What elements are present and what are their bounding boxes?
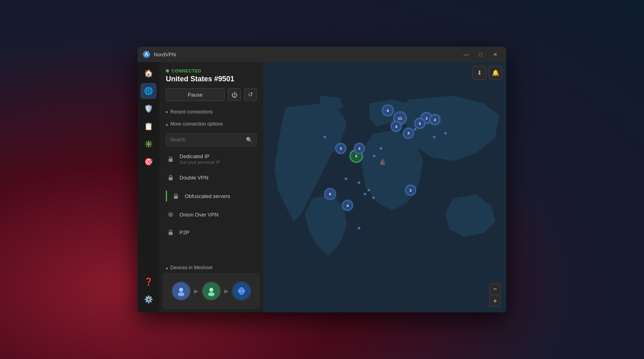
svg-point-10 <box>209 288 213 292</box>
svg-text:3: 3 <box>395 124 397 129</box>
p2p-icon <box>166 227 175 237</box>
obfuscated-text: Obfuscated servers <box>185 193 257 199</box>
svg-text:11: 11 <box>398 116 402 120</box>
svg-point-23 <box>372 196 375 199</box>
svg-text:3: 3 <box>407 131 409 135</box>
dedicated-ip-subtitle: Get your personal IP <box>180 160 257 165</box>
connection-list: Dedicated IP Get your personal IP Double… <box>159 149 263 260</box>
sidebar-item-servers[interactable]: 🌐 <box>140 83 157 99</box>
svg-point-26 <box>414 128 417 131</box>
download-icon: ⬇ <box>477 69 482 76</box>
notification-button[interactable]: 🔔 <box>489 66 502 80</box>
chevron-up-icon: ▴ <box>166 266 168 270</box>
dedicated-ip-title: Dedicated IP <box>180 153 257 159</box>
p2p-title: P2P <box>180 229 257 235</box>
svg-rect-7 <box>169 232 173 235</box>
more-options-label: More connection options <box>170 121 223 127</box>
svg-point-0 <box>143 51 150 58</box>
double-vpn-item[interactable]: Double VPN <box>163 169 260 186</box>
dedicated-ip-text: Dedicated IP Get your personal IP <box>180 153 257 165</box>
minimize-button[interactable]: — <box>460 50 473 59</box>
svg-text:2: 2 <box>410 188 412 192</box>
sidebar-item-protection[interactable]: 🛡️ <box>140 101 157 117</box>
zoom-out-button[interactable]: − <box>489 283 501 295</box>
panel-actions: Pause ⏻ ↺ <box>166 88 257 101</box>
zoom-in-button[interactable]: + <box>489 295 501 307</box>
onion-vpn-item[interactable]: Onion Over VPN <box>163 206 260 223</box>
chevron-up-icon: ▴ <box>166 122 168 126</box>
double-vpn-title: Double VPN <box>180 175 257 181</box>
double-vpn-text: Double VPN <box>180 175 257 181</box>
device-avatar-globe <box>232 281 251 301</box>
svg-rect-2 <box>169 177 173 180</box>
maximize-button[interactable]: □ <box>474 50 487 59</box>
sidebar-item-logs[interactable]: 📋 <box>140 118 157 134</box>
obfuscated-icon <box>171 191 181 201</box>
meshnet-card: ▶ ▶ <box>163 273 260 309</box>
onion-vpn-title: Onion Over VPN <box>180 212 257 218</box>
power-button[interactable]: ⏻ <box>228 88 241 101</box>
onion-icon <box>166 210 175 219</box>
svg-point-17 <box>373 155 376 157</box>
more-options-toggle[interactable]: ▴ More connection options <box>159 118 263 130</box>
recent-connections-label: Recent connections <box>170 109 213 115</box>
svg-rect-1 <box>169 159 173 162</box>
status-dot <box>166 69 169 72</box>
double-lock-icon <box>166 173 175 182</box>
p2p-item[interactable]: P2P <box>163 223 260 241</box>
svg-point-18 <box>345 177 347 180</box>
svg-point-11 <box>208 292 215 296</box>
svg-point-27 <box>433 136 436 138</box>
world-map: 2 6 11 3 3 5 3 <box>263 62 506 312</box>
meshnet-toggle[interactable]: ▴ Devices in Meshnet <box>163 262 260 273</box>
map-toolbar: ⬇ 🔔 <box>473 66 502 80</box>
svg-point-6 <box>170 214 171 215</box>
close-button[interactable]: ✕ <box>489 50 502 59</box>
titlebar: NordVPN — □ ✕ <box>138 47 506 62</box>
nordvpn-logo <box>142 50 151 58</box>
status-text: CONNECTED <box>171 68 201 73</box>
search-input[interactable] <box>170 137 246 142</box>
svg-point-22 <box>358 227 361 230</box>
meshnet-section: ▴ Devices in Meshnet ▶ <box>159 260 263 312</box>
recent-connections-toggle[interactable]: ▾ Recent connections <box>159 106 263 118</box>
download-button[interactable]: ⬇ <box>473 66 486 80</box>
active-indicator <box>166 190 167 202</box>
sidebar-item-threat[interactable]: 🎯 <box>140 154 157 170</box>
app-title: NordVPN <box>154 52 460 58</box>
svg-point-16 <box>324 136 326 138</box>
power-icon: ⏻ <box>231 91 237 98</box>
svg-text:4: 4 <box>347 203 349 208</box>
svg-point-21 <box>367 189 370 192</box>
svg-text:3: 3 <box>419 121 421 126</box>
svg-point-25 <box>380 147 382 150</box>
svg-text:2: 2 <box>358 146 360 151</box>
search-icon: 🔍 <box>246 137 252 143</box>
obfuscated-item[interactable]: Obfuscated servers <box>163 186 260 206</box>
sidebar-item-home[interactable]: 🏠 <box>140 65 157 81</box>
pause-button[interactable]: Pause <box>166 88 225 101</box>
refresh-icon: ↺ <box>248 91 253 98</box>
svg-point-8 <box>179 288 183 292</box>
svg-text:⛵: ⛵ <box>380 158 386 165</box>
svg-text:5: 5 <box>355 154 357 158</box>
onion-vpn-text: Onion Over VPN <box>180 212 257 218</box>
window-controls: — □ ✕ <box>460 50 502 59</box>
search-bar: 🔍 <box>166 133 257 146</box>
p2p-text: P2P <box>180 229 257 235</box>
dedicated-ip-item[interactable]: Dedicated IP Get your personal IP <box>163 149 260 169</box>
svg-text:6: 6 <box>387 108 389 113</box>
connection-panel: CONNECTED United States #9501 Pause ⏻ ↺ … <box>159 62 263 312</box>
chevron-down-icon: ▾ <box>166 110 168 114</box>
svg-point-20 <box>364 193 367 196</box>
server-name: United States #9501 <box>166 75 257 83</box>
panel-header: CONNECTED United States #9501 Pause ⏻ ↺ <box>159 62 263 106</box>
sidebar: 🏠 🌐 🛡️ 📋 ✳️ 🎯 ❓ ⚙️ <box>138 62 159 312</box>
svg-text:2: 2 <box>425 116 427 120</box>
sidebar-item-help[interactable]: ❓ <box>140 274 157 290</box>
main-content: 🏠 🌐 🛡️ 📋 ✳️ 🎯 ❓ ⚙️ CONNECTED United Stat… <box>138 62 506 312</box>
refresh-button[interactable]: ↺ <box>244 88 257 101</box>
sidebar-item-settings[interactable]: ⚙️ <box>140 291 157 307</box>
sidebar-item-meshnet[interactable]: ✳️ <box>140 136 157 152</box>
lock-icon <box>166 154 175 164</box>
